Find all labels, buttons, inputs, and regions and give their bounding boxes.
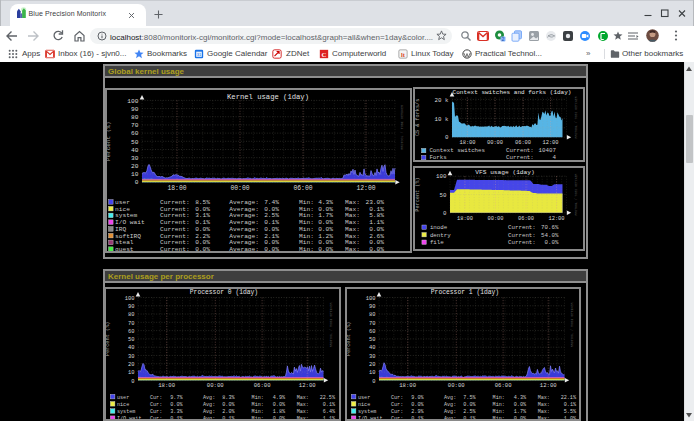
svg-text:30: 30 bbox=[131, 155, 139, 162]
svg-text:Max:: Max: bbox=[538, 409, 550, 415]
svg-text:0: 0 bbox=[443, 210, 447, 217]
svg-text:Max:: Max: bbox=[538, 395, 550, 401]
svg-text:80: 80 bbox=[369, 311, 376, 318]
svg-text:Cur:: Cur: bbox=[391, 402, 403, 408]
svg-text:Cur:: Cur: bbox=[391, 409, 403, 415]
svg-text:12:00: 12:00 bbox=[542, 140, 558, 146]
svg-text:10407: 10407 bbox=[539, 147, 557, 154]
svg-text:Min:: Min: bbox=[252, 416, 264, 421]
svg-text:2.9%: 2.9% bbox=[411, 409, 424, 415]
svg-text:0.0%: 0.0% bbox=[545, 239, 559, 246]
svg-text:Min:: Min: bbox=[493, 402, 505, 408]
svg-text:I/O wait: I/O wait bbox=[358, 416, 382, 421]
svg-text:Min:: Min: bbox=[493, 416, 505, 421]
svg-text:10: 10 bbox=[369, 369, 376, 376]
svg-text:0.0%: 0.0% bbox=[222, 402, 235, 408]
svg-text:0.0%: 0.0% bbox=[170, 402, 183, 408]
svg-text:0.0%: 0.0% bbox=[514, 416, 527, 421]
svg-text:Current:: Current: bbox=[508, 224, 536, 231]
svg-text:Processor 1 (1day): Processor 1 (1day) bbox=[431, 289, 499, 296]
svg-text:1.1%: 1.1% bbox=[323, 416, 336, 421]
svg-text:0.0%: 0.0% bbox=[195, 246, 210, 251]
svg-text:system: system bbox=[117, 409, 135, 415]
svg-text:00:00: 00:00 bbox=[448, 382, 466, 389]
svg-text:30: 30 bbox=[128, 353, 135, 360]
svg-text:12:00: 12:00 bbox=[540, 382, 558, 389]
svg-text:30: 30 bbox=[369, 353, 376, 360]
svg-text:00:00: 00:00 bbox=[207, 382, 225, 389]
svg-text:12:00: 12:00 bbox=[548, 216, 564, 222]
svg-text:22.1%: 22.1% bbox=[561, 395, 577, 401]
svg-text:RRDTOOL / TOBI OETIKER: RRDTOOL / TOBI OETIKER bbox=[400, 105, 404, 150]
svg-text:Avg:: Avg: bbox=[444, 402, 456, 408]
svg-text:inode: inode bbox=[430, 224, 448, 231]
svg-text:20: 20 bbox=[131, 163, 139, 170]
svg-text:12:00: 12:00 bbox=[356, 185, 375, 192]
svg-text:RRDTOOL / TOBI OETIKER: RRDTOOL / TOBI OETIKER bbox=[574, 96, 578, 138]
svg-text:Processor 0 (1day): Processor 0 (1day) bbox=[190, 289, 258, 296]
svg-text:dentry: dentry bbox=[430, 232, 451, 239]
svg-text:00:00: 00:00 bbox=[487, 216, 503, 222]
svg-text:2.0%: 2.0% bbox=[222, 409, 235, 415]
svg-text:70: 70 bbox=[128, 320, 135, 327]
svg-text:40: 40 bbox=[131, 147, 139, 154]
svg-text:nice: nice bbox=[358, 402, 370, 408]
svg-text:Avg:: Avg: bbox=[203, 402, 215, 408]
svg-text:60: 60 bbox=[131, 130, 139, 137]
svg-text:06:00: 06:00 bbox=[254, 382, 272, 389]
svg-text:18:00: 18:00 bbox=[167, 185, 186, 192]
svg-text:20 k: 20 k bbox=[435, 97, 449, 104]
svg-text:7.5%: 7.5% bbox=[463, 395, 476, 401]
svg-text:Min:: Min: bbox=[493, 409, 505, 415]
svg-text:70: 70 bbox=[131, 122, 139, 129]
svg-text:54.0%: 54.0% bbox=[541, 232, 559, 239]
svg-text:Percent (%): Percent (%) bbox=[106, 322, 111, 357]
svg-text:4: 4 bbox=[553, 154, 557, 160]
svg-text:18:00: 18:00 bbox=[457, 216, 473, 222]
svg-text:06:00: 06:00 bbox=[518, 216, 534, 222]
svg-text:0.0%: 0.0% bbox=[264, 246, 279, 251]
svg-text:1.8%: 1.8% bbox=[273, 409, 286, 415]
svg-text:Max:: Max: bbox=[345, 246, 360, 251]
svg-text:I/O wait: I/O wait bbox=[117, 416, 141, 421]
svg-text:Percent (%): Percent (%) bbox=[107, 121, 112, 161]
svg-text:Current:: Current: bbox=[508, 232, 536, 239]
svg-text:Cur:: Cur: bbox=[150, 416, 162, 421]
svg-text:0: 0 bbox=[445, 134, 449, 141]
svg-text:user: user bbox=[358, 395, 370, 401]
svg-text:0.1%: 0.1% bbox=[411, 416, 424, 421]
svg-text:00:00: 00:00 bbox=[487, 140, 503, 146]
svg-text:1.7%: 1.7% bbox=[514, 409, 527, 415]
svg-text:90: 90 bbox=[128, 303, 135, 310]
svg-text:Current:: Current: bbox=[160, 246, 190, 251]
svg-text:Avg:: Avg: bbox=[203, 409, 215, 415]
svg-text:50: 50 bbox=[440, 192, 447, 199]
svg-text:18:00: 18:00 bbox=[459, 140, 475, 146]
svg-text:40: 40 bbox=[128, 344, 135, 351]
svg-text:Cur:: Cur: bbox=[150, 409, 162, 415]
svg-text:Current:: Current: bbox=[508, 239, 536, 246]
svg-text:06:00: 06:00 bbox=[293, 185, 312, 192]
svg-text:Max:: Max: bbox=[538, 402, 550, 408]
svg-text:40: 40 bbox=[369, 344, 376, 351]
svg-text:100: 100 bbox=[127, 98, 138, 105]
svg-text:50: 50 bbox=[128, 336, 135, 343]
svg-text:10: 10 bbox=[128, 369, 135, 376]
svg-text:Cur:: Cur: bbox=[391, 416, 403, 421]
svg-text:2.5%: 2.5% bbox=[463, 409, 476, 415]
svg-text:Current:: Current: bbox=[506, 154, 534, 160]
svg-text:9.0%: 9.0% bbox=[411, 395, 424, 401]
svg-text:0.0%: 0.0% bbox=[411, 402, 424, 408]
svg-text:Forks: Forks bbox=[429, 154, 446, 160]
svg-text:Avg:: Avg: bbox=[203, 416, 215, 421]
svg-text:9.7%: 9.7% bbox=[170, 395, 183, 401]
svg-text:0.0%: 0.0% bbox=[369, 246, 384, 251]
svg-text:Percent (%): Percent (%) bbox=[347, 322, 352, 357]
svg-text:Min:: Min: bbox=[252, 395, 264, 401]
svg-text:Max:: Max: bbox=[297, 416, 309, 421]
svg-text:90: 90 bbox=[131, 106, 139, 113]
svg-text:00:00: 00:00 bbox=[230, 185, 249, 192]
svg-text:3.3%: 3.3% bbox=[170, 409, 183, 415]
svg-text:C: C bbox=[322, 51, 327, 58]
svg-text:0.0%: 0.0% bbox=[514, 402, 527, 408]
